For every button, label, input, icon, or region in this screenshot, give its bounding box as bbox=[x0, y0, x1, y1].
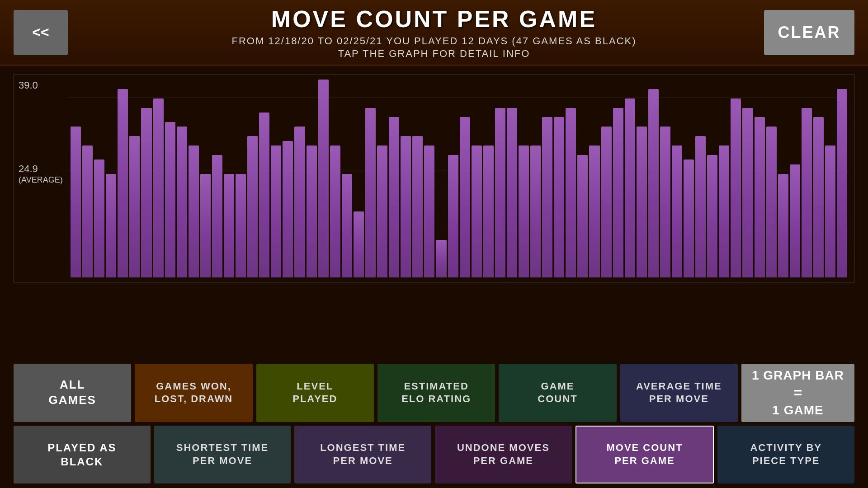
chart-bar[interactable] bbox=[365, 108, 376, 277]
clear-button[interactable]: CLEAR bbox=[764, 10, 854, 55]
chart-bar[interactable] bbox=[224, 174, 234, 277]
graph-bar-line2: 1 GAME bbox=[772, 403, 823, 418]
chart-bar[interactable] bbox=[719, 145, 729, 277]
chart-bar[interactable] bbox=[401, 136, 411, 277]
chart-bar[interactable] bbox=[294, 127, 305, 277]
chart-bar[interactable] bbox=[412, 136, 423, 277]
graph-bar-line1: 1 GRAPH BAR bbox=[752, 368, 844, 383]
chart-bar[interactable] bbox=[519, 145, 529, 277]
chart-bar[interactable] bbox=[259, 113, 269, 277]
header: << MOVE COUNT PER GAME FROM 12/18/20 TO … bbox=[0, 0, 868, 66]
chart-bar[interactable] bbox=[283, 141, 293, 277]
chart-bar[interactable] bbox=[625, 99, 635, 277]
chart-bar[interactable] bbox=[82, 145, 93, 277]
bottom-section: ALLGAMES GAMES WON,LOST, DRAWN LEVELPLAY… bbox=[0, 359, 868, 488]
header-subtitle: FROM 12/18/20 TO 02/25/21 YOU PLAYED 12 … bbox=[231, 35, 636, 47]
btn-played-as-black[interactable]: PLAYED ASBLACK bbox=[14, 426, 151, 484]
btn-shortest-time[interactable]: SHORTEST TIMEPER MOVE bbox=[154, 426, 291, 484]
back-button[interactable]: << bbox=[14, 10, 68, 55]
chart-bar[interactable] bbox=[271, 145, 281, 277]
btn-move-count-per-game[interactable]: MOVE COUNTPER GAME bbox=[576, 426, 714, 484]
chart-bar[interactable] bbox=[660, 127, 670, 277]
btn-avg-time-per-move[interactable]: AVERAGE TIMEPER MOVE bbox=[620, 364, 738, 422]
chart-bar[interactable] bbox=[530, 145, 541, 277]
btn-level-played[interactable]: LEVELPLAYED bbox=[256, 364, 374, 422]
chart-bar[interactable] bbox=[318, 80, 329, 277]
chart-bar[interactable] bbox=[377, 145, 387, 277]
chart-bar[interactable] bbox=[483, 145, 494, 277]
chart-bar[interactable] bbox=[389, 117, 399, 277]
chart-bar[interactable] bbox=[189, 145, 199, 277]
chart-bar[interactable] bbox=[141, 108, 151, 277]
chart-bar[interactable] bbox=[589, 145, 599, 277]
btn-all-games[interactable]: ALLGAMES bbox=[14, 364, 131, 422]
chart-y-max-label: 39.0 bbox=[19, 80, 38, 91]
chart-bar[interactable] bbox=[247, 136, 258, 277]
btn-longest-time[interactable]: LONGEST TIMEPER MOVE bbox=[294, 426, 431, 484]
chart-bar[interactable] bbox=[542, 117, 552, 277]
btn-game-count[interactable]: GAMECOUNT bbox=[499, 364, 616, 422]
chart-container[interactable]: 39.0 24.9 (AVERAGE) bbox=[14, 75, 854, 282]
chart-bar[interactable] bbox=[118, 89, 128, 277]
chart-bar[interactable] bbox=[802, 108, 812, 277]
chart-bar[interactable] bbox=[637, 127, 647, 277]
chart-bar[interactable] bbox=[153, 99, 164, 277]
chart-bar[interactable] bbox=[672, 145, 682, 277]
chart-bar[interactable] bbox=[94, 160, 104, 277]
chart-bar[interactable] bbox=[648, 89, 659, 277]
button-row-1: ALLGAMES GAMES WON,LOST, DRAWN LEVELPLAY… bbox=[14, 364, 854, 422]
chart-bar[interactable] bbox=[695, 136, 706, 277]
chart-bar[interactable] bbox=[460, 117, 470, 277]
chart-bar[interactable] bbox=[613, 108, 623, 277]
chart-bar[interactable] bbox=[200, 174, 211, 277]
chart-bar[interactable] bbox=[448, 155, 458, 277]
chart-bar[interactable] bbox=[165, 122, 175, 277]
chart-bar[interactable] bbox=[554, 117, 564, 277]
chart-bar[interactable] bbox=[755, 117, 765, 277]
chart-bar[interactable] bbox=[330, 145, 340, 277]
chart-bar[interactable] bbox=[71, 127, 81, 277]
button-row-2: PLAYED ASBLACK SHORTEST TIMEPER MOVE LON… bbox=[14, 426, 854, 484]
page-title: MOVE COUNT PER GAME bbox=[231, 5, 636, 33]
chart-bar[interactable] bbox=[436, 240, 446, 277]
chart-bar[interactable] bbox=[472, 145, 482, 277]
chart-bar[interactable] bbox=[212, 155, 222, 277]
chart-bar[interactable] bbox=[354, 211, 364, 277]
chart-bar[interactable] bbox=[577, 155, 588, 277]
chart-bar[interactable] bbox=[601, 127, 612, 277]
chart-bar[interactable] bbox=[424, 145, 434, 277]
chart-bar[interactable] bbox=[129, 136, 140, 277]
chart-bar[interactable] bbox=[106, 174, 116, 277]
chart-y-avg-label: 24.9 bbox=[19, 163, 38, 175]
chart-bar[interactable] bbox=[825, 145, 835, 277]
chart-bar[interactable] bbox=[813, 117, 824, 277]
chart-bar[interactable] bbox=[507, 108, 517, 277]
btn-estimated-elo[interactable]: ESTIMATEDELO RATING bbox=[377, 364, 495, 422]
header-tap-hint: TAP THE GRAPH FOR DETAIL INFO bbox=[231, 48, 636, 60]
chart-bar[interactable] bbox=[566, 108, 576, 277]
btn-games-won[interactable]: GAMES WON,LOST, DRAWN bbox=[135, 364, 252, 422]
chart-bar[interactable] bbox=[707, 155, 717, 277]
chart-bar[interactable] bbox=[177, 127, 187, 277]
chart-bar[interactable] bbox=[307, 145, 317, 277]
chart-bar[interactable] bbox=[236, 174, 246, 277]
btn-undone-moves[interactable]: UNDONE MOVESPER GAME bbox=[435, 426, 572, 484]
chart-bar[interactable] bbox=[837, 89, 847, 277]
chart-bar[interactable] bbox=[684, 160, 694, 277]
bars-area bbox=[68, 80, 849, 277]
chart-bar[interactable] bbox=[778, 174, 788, 277]
graph-bar-equals: = bbox=[794, 385, 802, 401]
chart-bar[interactable] bbox=[766, 127, 777, 277]
graph-bar-info: 1 GRAPH BAR = 1 GAME bbox=[741, 364, 854, 422]
header-center: MOVE COUNT PER GAME FROM 12/18/20 TO 02/… bbox=[231, 5, 636, 60]
chart-y-avg-sublabel: (AVERAGE) bbox=[19, 175, 63, 185]
chart-bar[interactable] bbox=[742, 108, 753, 277]
chart-bar[interactable] bbox=[495, 108, 505, 277]
chart-bar[interactable] bbox=[790, 164, 800, 277]
chart-bar[interactable] bbox=[731, 99, 741, 277]
btn-activity-by-piece[interactable]: ACTIVITY BYPIECE TYPE bbox=[717, 426, 854, 484]
chart-bar[interactable] bbox=[342, 174, 352, 277]
